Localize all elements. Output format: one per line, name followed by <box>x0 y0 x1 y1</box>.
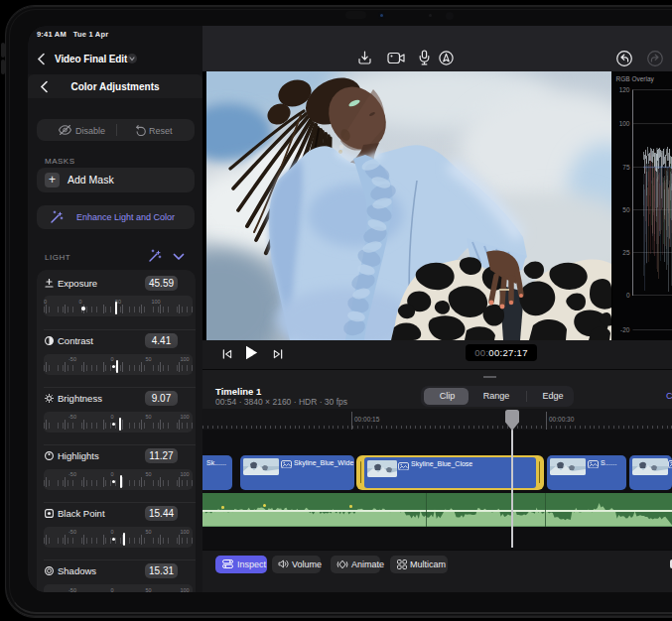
svg-text:25: 25 <box>622 249 630 256</box>
svg-text:50: 50 <box>622 206 630 213</box>
svg-text:75: 75 <box>622 164 630 171</box>
svg-text:120: 120 <box>618 86 629 93</box>
svg-text:100: 100 <box>618 120 629 127</box>
svg-text:0: 0 <box>625 292 629 299</box>
svg-text:-20: -20 <box>620 326 630 333</box>
